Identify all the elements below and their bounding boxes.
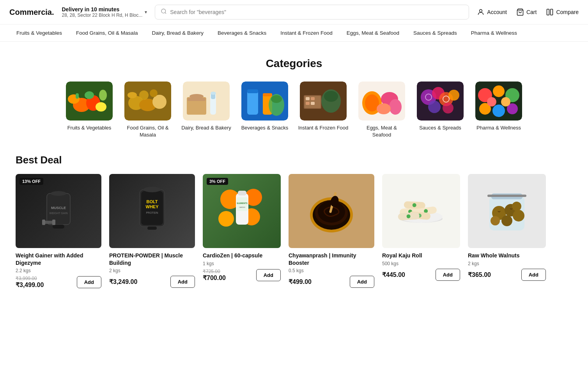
product-card-6[interactable]: Raw Whole Walnuts 2 kgs ₹365.00 Add: [468, 174, 546, 288]
category-dairy[interactable]: Dairy, Bread & Bakery: [181, 82, 232, 138]
category-fruits[interactable]: Fruits & Vegetables: [64, 82, 115, 138]
compare-button[interactable]: Compare: [546, 8, 579, 16]
svg-text:ELEMENTS: ELEMENTS: [237, 202, 248, 204]
nav-item-pharma[interactable]: Pharma & Wellness: [464, 25, 524, 41]
svg-point-55: [443, 103, 453, 113]
product-card-3[interactable]: ELEMENTS CARDIO 3% OFF CardioZen | 60-ca…: [203, 174, 281, 288]
add-button-2[interactable]: Add: [170, 276, 195, 288]
svg-rect-3: [547, 9, 549, 15]
svg-point-53: [448, 90, 459, 101]
categories-grid: Fruits & Vegetables Food Grains, Oil & M…: [16, 82, 572, 138]
delivery-title: Delivery in 10 minutes: [62, 6, 143, 12]
category-img-fruits: [66, 82, 113, 121]
account-label: Account: [487, 9, 507, 15]
product-name-5: Royal Kaju Roll: [382, 252, 460, 259]
product-badge-3: 3% OFF: [207, 178, 228, 185]
category-label-sauces: Sauces & Spreads: [419, 124, 461, 131]
main-nav: Fruits & Vegetables Food Grains, Oil & M…: [0, 25, 588, 42]
category-img-sauces: [417, 82, 464, 121]
nav-item-sauces[interactable]: Sauces & Spreads: [406, 25, 464, 41]
add-button-1[interactable]: Add: [77, 276, 101, 288]
nav-item-grains[interactable]: Food Grains, Oil & Masala: [69, 25, 145, 41]
category-frozen[interactable]: Instant & Frozen Food: [298, 82, 349, 138]
price-row-3: ₹725.00 ₹700.00 Add: [203, 269, 281, 282]
category-grains[interactable]: Food Grains, Oil & Masala: [122, 82, 173, 138]
category-pharma[interactable]: Pharma & Wellness: [473, 82, 524, 138]
svg-point-26: [211, 92, 216, 95]
category-eggs[interactable]: Eggs, Meat & Seafood: [356, 82, 407, 138]
product-name-1: Weight Gainer with Added Digezyme: [16, 252, 101, 266]
search-input[interactable]: [170, 9, 463, 15]
svg-rect-37: [306, 97, 310, 100]
product-weight-6: 2 kgs: [468, 261, 546, 266]
add-button-5[interactable]: Add: [436, 269, 460, 281]
price-row-4: ₹499.00 Add: [289, 276, 374, 288]
product-img-4: [289, 174, 374, 248]
search-bar[interactable]: [155, 5, 469, 20]
nav-item-frozen[interactable]: Instant & Frozen Food: [273, 25, 340, 41]
svg-point-47: [389, 99, 402, 115]
product-weight-4: 0.5 kgs: [289, 268, 374, 273]
product-img-1: MUSCLE WEIGHT GAIN 13% OFF: [16, 174, 101, 248]
logo[interactable]: Commercia.: [9, 8, 54, 17]
product-weight-3: 1 kgs: [203, 261, 281, 266]
nav-item-beverages[interactable]: Beverages & Snacks: [211, 25, 273, 41]
product-weight-1: 2.2 kgs: [16, 268, 101, 273]
svg-text:CARDIO: CARDIO: [239, 206, 245, 208]
category-sauces[interactable]: Sauces & Spreads: [415, 82, 466, 138]
category-label-pharma: Pharma & Wellness: [476, 124, 521, 131]
price-row-5: ₹445.00 Add: [382, 269, 460, 281]
svg-point-84: [218, 211, 234, 227]
category-label-dairy: Dairy, Bread & Bakery: [181, 124, 231, 131]
current-price-2: ₹3,249.00: [109, 278, 137, 285]
product-name-3: CardioZen | 60-capsule: [203, 252, 281, 259]
nav-item-dairy[interactable]: Dairy, Bread & Bakery: [145, 25, 211, 41]
product-card-1[interactable]: MUSCLE WEIGHT GAIN 13% OFF Weight Gainer…: [16, 174, 101, 288]
nav-item-eggs[interactable]: Eggs, Meat & Seafood: [340, 25, 406, 41]
price-row-6: ₹365.00 Add: [468, 269, 546, 281]
svg-point-48: [377, 103, 391, 114]
svg-rect-81: [147, 227, 157, 230]
category-label-fruits: Fruits & Vegetables: [67, 124, 112, 131]
add-button-4[interactable]: Add: [350, 276, 374, 288]
svg-rect-4: [551, 9, 553, 15]
svg-rect-73: [42, 220, 45, 225]
current-price-4: ₹499.00: [289, 278, 312, 285]
chevron-down-icon: ▾: [145, 9, 147, 15]
svg-point-23: [190, 94, 204, 99]
svg-rect-87: [238, 191, 246, 195]
svg-point-17: [139, 90, 149, 100]
category-beverages[interactable]: Beverages & Snacks: [239, 82, 290, 138]
product-name-2: PROTEIN-POWDER | Muscle Building: [109, 252, 195, 266]
delivery-info[interactable]: Delivery in 10 minutes 28, 28, Sector 22…: [62, 6, 147, 18]
original-price-1: ₹3,999.00: [16, 276, 44, 281]
svg-point-80: [143, 187, 161, 192]
svg-point-1: [480, 9, 482, 12]
svg-rect-39: [306, 102, 310, 105]
category-img-beverages: [241, 82, 288, 121]
category-img-eggs: [358, 82, 405, 121]
svg-point-11: [99, 90, 107, 101]
category-img-pharma: [475, 82, 522, 121]
current-price-6: ₹365.00: [468, 271, 491, 278]
add-button-3[interactable]: Add: [256, 269, 281, 281]
nav-item-fruits[interactable]: Fruits & Vegetables: [9, 25, 69, 41]
product-img-5: [382, 174, 460, 248]
svg-text:WHEY: WHEY: [146, 204, 159, 209]
product-weight-2: 2 kgs: [109, 268, 195, 273]
best-deal-title: Best Deal: [16, 154, 572, 166]
product-card-4[interactable]: Chyawanprash | Immunity Booster 0.5 kgs …: [289, 174, 374, 288]
svg-text:WEIGHT GAIN: WEIGHT GAIN: [50, 212, 68, 214]
product-card-5[interactable]: Royal Kaju Roll 500 kgs ₹445.00 Add: [382, 174, 460, 288]
header-actions: Account Cart Compare: [477, 8, 579, 16]
account-button[interactable]: Account: [477, 8, 507, 16]
category-label-beverages: Beverages & Snacks: [241, 124, 289, 131]
product-name-4: Chyawanprash | Immunity Booster: [289, 252, 374, 266]
cart-button[interactable]: Cart: [516, 8, 537, 16]
categories-title: Categories: [16, 57, 572, 70]
product-card-2[interactable]: BOLT WHEY PROTEIN PROTEIN-POWDER | Muscl…: [109, 174, 195, 288]
svg-rect-71: [53, 225, 64, 229]
current-price-5: ₹445.00: [382, 271, 405, 278]
add-button-6[interactable]: Add: [521, 269, 546, 281]
svg-point-19: [128, 92, 137, 98]
